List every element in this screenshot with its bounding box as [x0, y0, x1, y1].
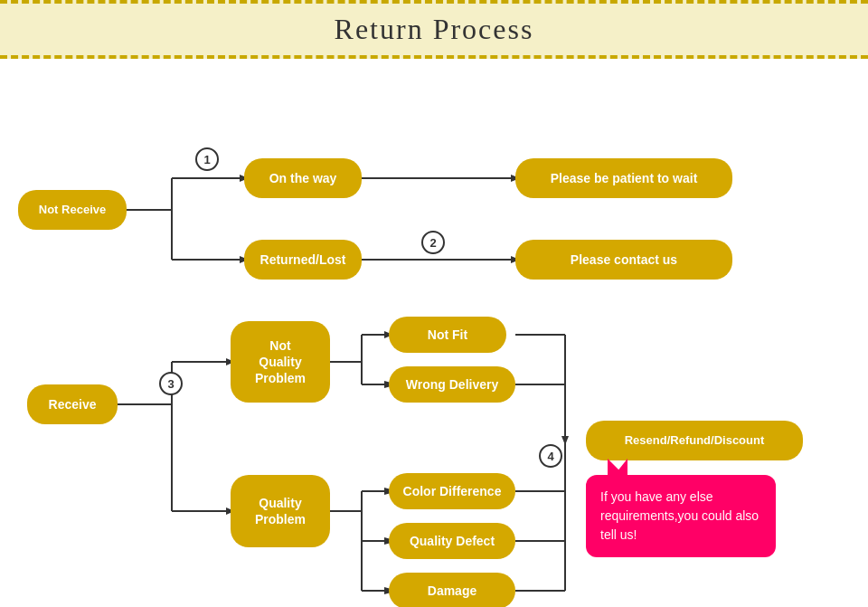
please-patient-node: Please be patient to wait	[515, 158, 732, 198]
wrong-delivery-node: Wrong Delivery	[389, 366, 515, 403]
on-the-way-node: On the way	[244, 158, 362, 198]
main-content: Not Receive On the way Returned/Lost Ple…	[0, 59, 868, 607]
quality-problem-node: Quality Problem	[231, 475, 330, 547]
please-contact-node: Please contact us	[515, 240, 732, 280]
svg-marker-33	[561, 436, 569, 445]
returned-lost-node: Returned/Lost	[244, 240, 362, 280]
header: Return Process	[0, 0, 868, 59]
speech-bubble: If you have any else requirements,you co…	[586, 475, 776, 557]
circle-2: 2	[421, 231, 445, 254]
page-title: Return Process	[335, 13, 534, 45]
not-receive-node: Not Receive	[18, 190, 127, 230]
receive-node: Receive	[27, 384, 118, 424]
color-diff-node: Color Difference	[389, 473, 515, 509]
circle-1: 1	[195, 147, 219, 171]
not-fit-node: Not Fit	[389, 317, 506, 353]
quality-defect-node: Quality Defect	[389, 523, 515, 559]
damage-node: Damage	[389, 573, 515, 607]
not-quality-node: Not Quality Problem	[231, 321, 330, 403]
circle-4: 4	[539, 444, 562, 468]
resend-node: Resend/Refund/Discount	[586, 421, 803, 460]
circle-3: 3	[159, 372, 183, 395]
